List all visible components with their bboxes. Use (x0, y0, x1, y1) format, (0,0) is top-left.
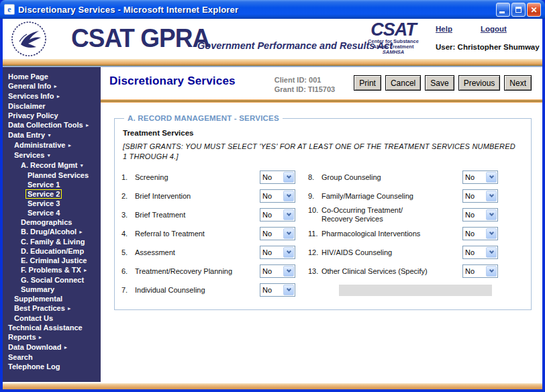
app-logo-text: CSAT GPRA (71, 23, 209, 53)
sidebar-item-f-problems-tx[interactable]: F. Problems & TX► (3, 265, 101, 275)
chevron-collapsed-icon: ► (56, 94, 60, 99)
service-3-label: 3.Brief Treatment (121, 211, 253, 219)
chevron-collapsed-icon: ► (83, 268, 88, 273)
sidebar-item-a-record-mgmt[interactable]: A. Record Mgmt▼ (3, 160, 101, 170)
service-13-select[interactable]: No (462, 264, 498, 278)
form-row: 7.Individual CounselingNo (121, 281, 526, 299)
sidebar-item-supplemental[interactable]: Supplemental (3, 294, 101, 303)
service-2-select[interactable]: No (260, 189, 295, 203)
help-link[interactable]: Help (436, 25, 452, 33)
service-6-label: 6.Treatment/Recovery Planning (121, 267, 253, 276)
sidebar-item-label: Disclaimer (8, 102, 46, 110)
minimize-button[interactable] (496, 3, 510, 17)
sidebar-item-search[interactable]: Search (3, 352, 101, 362)
internet-explorer-page-icon: e (4, 4, 15, 15)
service-1-select[interactable]: No (260, 170, 295, 184)
sidebar-item-reports[interactable]: Reports► (3, 332, 101, 342)
sidebar-item-telephone-log[interactable]: Telephone Log (3, 362, 101, 371)
sidebar-item-planned-services[interactable]: Planned Services (3, 170, 101, 180)
select-value: No (260, 248, 283, 256)
sidebar-item-services[interactable]: Services▼ (3, 150, 101, 160)
service-4-select[interactable]: No (260, 227, 295, 240)
sidebar-item-c-family-living[interactable]: C. Family & Living (3, 237, 101, 246)
sidebar-item-label: Contact Us (14, 314, 53, 322)
select-value: No (463, 230, 485, 238)
service-8-select[interactable]: No (462, 170, 498, 184)
sidebar-item-services-info[interactable]: Services Info► (3, 91, 101, 101)
sidebar-item-label: F. Problems & TX (21, 266, 81, 274)
browser-window: e Discretionary Services - Microsoft Int… (0, 0, 545, 392)
footer-bar (3, 383, 542, 389)
sidebar-item-best-practices[interactable]: Best Practices► (3, 303, 101, 313)
close-button[interactable]: ✕ (527, 3, 541, 17)
sidebar-item-service-4[interactable]: Service 4 (3, 208, 101, 217)
csat-logo-samhsa: SAMHSA (362, 50, 424, 55)
chevron-down-icon (486, 247, 497, 258)
service-9-select[interactable]: No (462, 189, 498, 203)
chevron-down-icon (283, 172, 294, 183)
logout-link[interactable]: Logout (481, 25, 507, 33)
chevron-down-icon (486, 172, 497, 183)
service-10-select[interactable]: No (462, 208, 498, 222)
chevron-collapsed-icon: ► (85, 123, 90, 128)
sidebar-item-service-1[interactable]: Service 1 (3, 180, 101, 189)
print-button[interactable]: Print (354, 75, 381, 91)
sidebar-item-d-education-emp[interactable]: D. Education/Emp (3, 246, 101, 256)
sidebar-item-label: Service 1 (28, 181, 60, 189)
sidebar-item-label: Home Page (8, 72, 48, 81)
sidebar-item-label: Supplemental (14, 295, 62, 303)
chevron-down-icon (283, 209, 294, 220)
chevron-expanded-icon: ▼ (47, 133, 52, 138)
previous-button[interactable]: Previous (458, 75, 501, 91)
sidebar-item-demographics[interactable]: Demographics (3, 217, 101, 227)
sidebar-item-privacy-policy[interactable]: Privacy Policy (3, 111, 101, 120)
next-button[interactable]: Next (504, 75, 532, 91)
sidebar-item-label: Administrative (14, 141, 65, 149)
sbirt-grants-note: [SBIRT GRANTS: YOU MUST SELECT 'YES' FOR… (123, 142, 517, 162)
page-title: Discretionary Services (109, 75, 236, 88)
form-row: 1.ScreeningNo8.Group CounselingNo (121, 168, 526, 186)
chevron-down-icon (283, 228, 294, 239)
form-row: 5.AssessmentNo12.HIV/AIDS CounselingNo (121, 244, 526, 261)
sidebar-item-b-drug-alcohol[interactable]: B. Drug/Alcohol► (3, 227, 101, 237)
maximize-button[interactable] (511, 3, 526, 17)
sidebar-item-service-3[interactable]: Service 3 (3, 199, 101, 208)
service-1-label: 1.Screening (121, 173, 253, 182)
sidebar-item-g-social-connect[interactable]: G. Social Connect (3, 275, 101, 285)
sidebar-item-summary[interactable]: Summary (3, 285, 101, 294)
grant-id-label: Grant ID: TI15703 (275, 85, 335, 94)
site-header: CSAT GPRA Government Performance and Res… (3, 19, 542, 59)
service-12-select[interactable]: No (462, 246, 498, 259)
sidebar-item-home-page[interactable]: Home Page (3, 72, 101, 81)
sidebar-item-label: Service 4 (28, 209, 60, 217)
treatment-services-heading: Treatment Services (123, 129, 526, 137)
chevron-collapsed-icon: ► (38, 335, 43, 340)
cancel-button[interactable]: Cancel (385, 75, 421, 91)
sidebar-item-data-collection-tools[interactable]: Data Collection Tools► (3, 120, 101, 130)
sidebar-item-technical-assistance[interactable]: Technical Assistance (3, 323, 101, 332)
select-value: No (463, 192, 485, 200)
sidebar-item-contact-us[interactable]: Contact Us (3, 313, 101, 323)
service-2-label: 2.Brief Intervention (121, 192, 253, 201)
chevron-down-icon (486, 266, 497, 277)
sidebar-item-disclaimer[interactable]: Disclaimer (3, 101, 101, 111)
select-value: No (260, 192, 283, 200)
service-11-select[interactable]: No (462, 227, 498, 240)
service-7-select[interactable]: No (260, 283, 295, 297)
sidebar-item-e-criminal-justice[interactable]: E. Criminal Justice (3, 256, 101, 265)
sidebar-item-administrative[interactable]: Administrative► (3, 140, 101, 150)
page-header: Discretionary Services Client ID: 001 Gr… (101, 67, 542, 99)
service-6-select[interactable]: No (260, 264, 295, 278)
form-row: 3.Brief TreatmentNo10.Co-Occurring Treat… (121, 206, 526, 224)
save-button[interactable]: Save (425, 75, 454, 91)
sidebar-item-data-entry[interactable]: Data Entry▼ (3, 130, 101, 140)
sidebar-item-label: E. Criminal Justice (21, 256, 87, 264)
select-value: No (260, 211, 283, 219)
service-3-select[interactable]: No (260, 208, 295, 222)
sidebar-item-service-2[interactable]: Service 2 (3, 189, 101, 199)
sidebar-nav: Home PageGeneral Info►Services Info►Disc… (3, 67, 101, 382)
sidebar-item-label: Best Practices (14, 304, 65, 312)
sidebar-item-data-download[interactable]: Data Download► (3, 342, 101, 352)
service-5-select[interactable]: No (260, 246, 295, 259)
sidebar-item-general-info[interactable]: General Info► (3, 81, 101, 91)
